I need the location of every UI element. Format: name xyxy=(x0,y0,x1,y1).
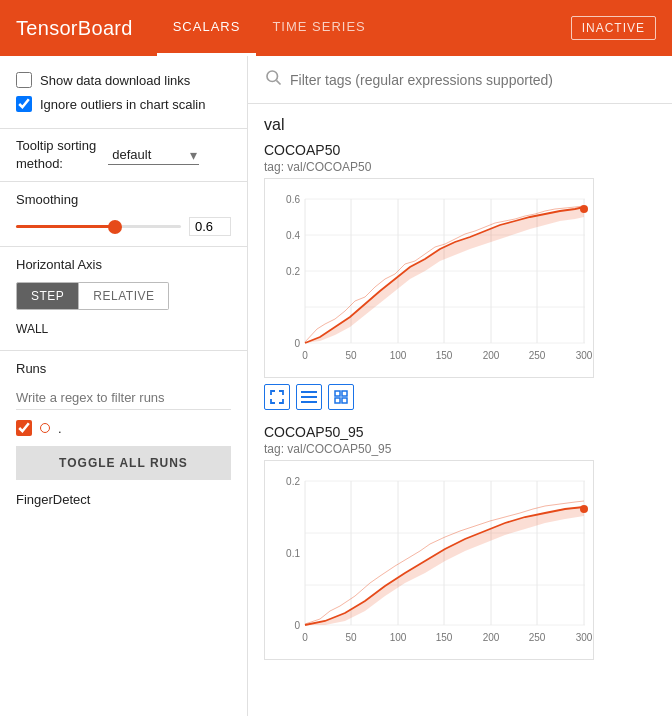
runs-section: Runs . TOGGLE ALL RUNS FingerDetect xyxy=(0,350,247,521)
svg-point-25 xyxy=(580,205,588,213)
run-item: . xyxy=(16,420,231,436)
section-label: val xyxy=(248,104,672,138)
horizontal-axis-section: Horizontal Axis STEP RELATIVE WALL xyxy=(0,246,247,350)
smoothing-label: Smoothing xyxy=(16,192,231,207)
svg-text:100: 100 xyxy=(390,350,407,361)
svg-point-54 xyxy=(580,505,588,513)
svg-text:0.6: 0.6 xyxy=(286,194,300,205)
toggle-all-runs-button[interactable]: TOGGLE ALL RUNS xyxy=(16,446,231,480)
step-button[interactable]: STEP xyxy=(16,282,79,310)
finger-detect-label: FingerDetect xyxy=(16,488,231,511)
chart-card-cocoap50: COCOAP50 tag: val/COCOAP50 xyxy=(248,138,672,420)
svg-text:150: 150 xyxy=(436,632,453,643)
chart-container-cocoap50-95: 0.2 0.1 0 0 50 100 150 200 250 300 xyxy=(264,460,594,660)
tooltip-select-wrapper: default ascending descending nearest ▾ xyxy=(108,145,199,165)
svg-text:0.1: 0.1 xyxy=(286,548,300,559)
svg-text:0: 0 xyxy=(302,632,308,643)
smoothing-slider-thumb[interactable] xyxy=(108,220,122,234)
svg-text:0: 0 xyxy=(294,620,300,631)
svg-text:300: 300 xyxy=(576,350,593,361)
nav-item-scalars[interactable]: SCALARS xyxy=(157,0,257,56)
smoothing-section: Smoothing xyxy=(0,181,247,246)
svg-rect-29 xyxy=(335,391,340,396)
svg-text:0: 0 xyxy=(294,338,300,349)
svg-rect-30 xyxy=(342,391,347,396)
brand-logo: TensorBoard xyxy=(16,17,133,40)
svg-text:50: 50 xyxy=(345,350,357,361)
svg-rect-31 xyxy=(335,398,340,403)
svg-rect-32 xyxy=(342,398,347,403)
chart-title-cocoap50-95: COCOAP50_95 xyxy=(264,424,656,440)
expand-chart-button[interactable] xyxy=(264,384,290,410)
tooltip-label: Tooltip sortingmethod: xyxy=(16,137,96,173)
tooltip-sorting-select[interactable]: default ascending descending nearest xyxy=(108,145,199,165)
chart-container-cocoap50: 0.6 0.4 0.2 0 0 50 100 150 200 250 300 xyxy=(264,178,594,378)
chart-card-cocoap50-95: COCOAP50_95 tag: val/COCOAP50_95 xyxy=(248,420,672,664)
show-download-checkbox[interactable] xyxy=(16,72,32,88)
chart-tag-cocoap50: tag: val/COCOAP50 xyxy=(264,160,656,174)
relative-button[interactable]: RELATIVE xyxy=(79,282,169,310)
chart-svg-cocoap50: 0.6 0.4 0.2 0 0 50 100 150 200 250 300 xyxy=(265,179,595,379)
search-icon xyxy=(264,68,282,91)
svg-point-0 xyxy=(267,71,278,82)
chart-title-cocoap50: COCOAP50 xyxy=(264,142,656,158)
svg-text:0.2: 0.2 xyxy=(286,476,300,487)
nav-item-time-series[interactable]: TIME SERIES xyxy=(256,0,381,56)
svg-rect-28 xyxy=(301,401,317,403)
runs-filter-input[interactable] xyxy=(16,386,231,410)
show-download-label: Show data download links xyxy=(40,73,190,88)
svg-text:200: 200 xyxy=(483,350,500,361)
run-checkbox[interactable] xyxy=(16,420,32,436)
ignore-outliers-row: Ignore outliers in chart scalin xyxy=(16,96,231,112)
svg-text:100: 100 xyxy=(390,632,407,643)
axis-buttons: STEP RELATIVE xyxy=(16,282,231,310)
svg-rect-26 xyxy=(301,391,317,393)
svg-text:0: 0 xyxy=(302,350,308,361)
header-nav: SCALARS TIME SERIES xyxy=(157,0,571,56)
right-panel: val COCOAP50 tag: val/COCOAP50 xyxy=(248,56,672,716)
smoothing-slider-fill xyxy=(16,225,115,228)
svg-text:150: 150 xyxy=(436,350,453,361)
sidebar: Show data download links Ignore outliers… xyxy=(0,56,248,716)
main-layout: Show data download links Ignore outliers… xyxy=(0,56,672,716)
svg-line-1 xyxy=(276,80,280,84)
runs-label: Runs xyxy=(16,361,231,376)
svg-text:0.4: 0.4 xyxy=(286,230,300,241)
show-download-row: Show data download links xyxy=(16,72,231,88)
svg-text:200: 200 xyxy=(483,632,500,643)
lines-chart-button[interactable] xyxy=(296,384,322,410)
svg-text:50: 50 xyxy=(345,632,357,643)
svg-text:250: 250 xyxy=(529,632,546,643)
ignore-outliers-label: Ignore outliers in chart scalin xyxy=(40,97,205,112)
smoothing-value-wrapper xyxy=(189,217,231,236)
sidebar-checkboxes: Show data download links Ignore outliers… xyxy=(0,68,247,128)
svg-text:0.2: 0.2 xyxy=(286,266,300,277)
chart-svg-cocoap50-95: 0.2 0.1 0 0 50 100 150 200 250 300 xyxy=(265,461,595,661)
run-dot xyxy=(40,423,50,433)
smoothing-value-input[interactable] xyxy=(189,217,231,236)
chart-tag-cocoap50-95: tag: val/COCOAP50_95 xyxy=(264,442,656,456)
search-bar xyxy=(248,56,672,104)
horizontal-axis-label: Horizontal Axis xyxy=(16,257,231,272)
app-header: TensorBoard SCALARS TIME SERIES INACTIVE xyxy=(0,0,672,56)
svg-text:300: 300 xyxy=(576,632,593,643)
chart-actions-cocoap50 xyxy=(264,378,656,416)
status-badge: INACTIVE xyxy=(571,16,656,40)
svg-text:250: 250 xyxy=(529,350,546,361)
tooltip-section: Tooltip sortingmethod: default ascending… xyxy=(0,128,247,181)
svg-rect-27 xyxy=(301,396,317,398)
ignore-outliers-checkbox[interactable] xyxy=(16,96,32,112)
run-name: . xyxy=(58,421,62,436)
wall-label[interactable]: WALL xyxy=(16,318,231,340)
search-input[interactable] xyxy=(290,72,656,88)
smoothing-slider-track[interactable] xyxy=(16,225,181,228)
grid-chart-button[interactable] xyxy=(328,384,354,410)
